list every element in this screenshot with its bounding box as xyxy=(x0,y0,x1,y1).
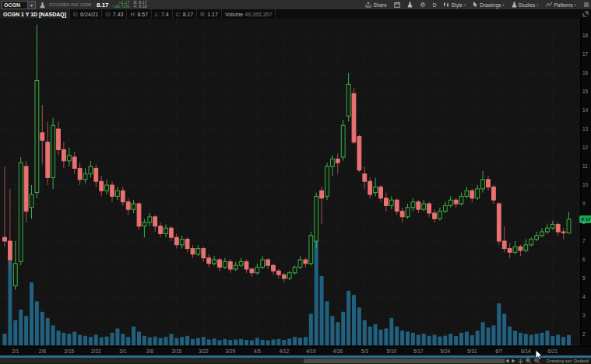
volume-bar xyxy=(293,337,297,345)
candle-down xyxy=(137,204,141,226)
price-axis[interactable]: 8.17 23456789101112131415161718 xyxy=(580,19,591,346)
volume-readout: Volume 49,265,357 xyxy=(222,9,276,19)
flask-icon[interactable] xyxy=(40,2,45,9)
volume-bar xyxy=(341,312,345,345)
volume-bar xyxy=(449,334,452,345)
candle-down xyxy=(72,157,76,168)
candle-up xyxy=(529,240,533,245)
chart-style-icon xyxy=(443,2,449,8)
volume-bar xyxy=(491,325,495,345)
toolbar-drawings-button[interactable]: Drawings▾ xyxy=(473,2,504,8)
candle-up xyxy=(315,196,318,241)
chart-settings-icon[interactable] xyxy=(518,359,523,364)
change-percent: +16.71% xyxy=(113,5,130,9)
volume-bar xyxy=(62,333,65,345)
hscrollbar-track[interactable] xyxy=(0,359,508,363)
price-axis-label: 16 xyxy=(582,70,588,76)
ohlc-field: D:6/24/21 xyxy=(70,9,102,19)
candle-down xyxy=(94,168,98,181)
time-axis-label: 5/24 xyxy=(432,348,459,354)
toolbar-analyze-button[interactable] xyxy=(407,2,413,8)
volume-bar xyxy=(132,327,135,345)
toolbar-menu-button[interactable] xyxy=(583,2,589,8)
candle-down xyxy=(191,249,195,254)
toolbar-timeframe-label: D xyxy=(433,2,437,8)
volume-bar xyxy=(35,301,39,345)
candlestick-chart[interactable] xyxy=(0,19,580,346)
volume-bar xyxy=(551,336,554,345)
time-axis-label: 2/15 xyxy=(56,348,83,354)
symbol-input[interactable]: OCGN xyxy=(2,1,27,9)
volume-bar xyxy=(223,339,227,345)
toolbar-studies-label: Studies xyxy=(519,2,536,8)
toolbar-studies-button[interactable]: Studies▾ xyxy=(512,2,539,8)
status-bar: Drawing set: Default xyxy=(0,358,591,364)
volume-bar xyxy=(427,336,431,345)
toolbar-timeframe-button[interactable]: D xyxy=(433,2,437,8)
candle-down xyxy=(57,129,61,149)
volume-bar xyxy=(325,301,329,345)
flask-icon xyxy=(512,2,517,8)
symbol-dropdown-button[interactable]: ▾ xyxy=(27,1,36,9)
panel-maximize-icon[interactable] xyxy=(582,9,589,19)
price-axis-label: 14 xyxy=(582,107,588,114)
toolbar-calendar-button[interactable] xyxy=(394,2,400,8)
volume-bar xyxy=(298,338,302,345)
volume-bar xyxy=(239,339,243,345)
scroll-right-icon[interactable] xyxy=(512,359,515,363)
candle-up xyxy=(132,204,135,209)
hscrollbar-thumb[interactable] xyxy=(304,359,505,363)
time-axis-label: 3/29 xyxy=(217,348,244,354)
toolbar-style-button[interactable]: Style▾ xyxy=(443,2,466,8)
candle-down xyxy=(379,187,383,198)
bid-ask-readout: B: 8.17 A: 8.18 xyxy=(133,1,146,9)
chart-title[interactable]: OCGN 1 Y 1D [NASDAQ] xyxy=(0,9,70,19)
candle-down xyxy=(400,212,404,217)
candle-up xyxy=(83,174,87,180)
ohlc-field-label: O: xyxy=(105,12,111,17)
candle-up xyxy=(255,268,259,273)
volume-bar xyxy=(51,325,55,345)
toolbar-share-button[interactable]: Share xyxy=(365,2,386,8)
volume-bar xyxy=(13,320,17,345)
volume-bar xyxy=(105,337,109,345)
candle-up xyxy=(105,185,109,191)
candle-up xyxy=(411,202,415,208)
candle-up xyxy=(459,196,463,204)
price-axis-label: 2 xyxy=(582,331,586,338)
time-axis-label: 4/26 xyxy=(325,348,351,354)
ohlc-field-value: 7.43 xyxy=(113,12,124,17)
time-axis-label: 2/22 xyxy=(83,348,109,354)
volume-bar xyxy=(255,338,259,345)
volume-bar xyxy=(406,331,410,345)
gear-icon xyxy=(420,2,426,8)
cursor-icon xyxy=(473,2,478,8)
candle-down xyxy=(250,269,254,273)
candle-down xyxy=(272,265,276,271)
candle-up xyxy=(180,240,184,245)
volume-bar xyxy=(8,255,12,345)
candle-up xyxy=(67,156,71,161)
volume-bar xyxy=(207,339,211,345)
volume-bar xyxy=(3,334,7,345)
volume-bar xyxy=(83,336,87,345)
toolbar-patterns-button[interactable]: Patterns▾ xyxy=(546,2,576,8)
volume-bar xyxy=(422,334,426,345)
ohlc-field-label: C: xyxy=(176,12,181,17)
volume-bar xyxy=(513,331,517,345)
ohlc-field-label: H: xyxy=(130,12,135,17)
toolbar-style-label: Style xyxy=(451,2,462,8)
candle-down xyxy=(3,237,7,241)
toolbar-settings-button[interactable] xyxy=(420,2,426,8)
candle-up xyxy=(309,236,313,264)
candle-up xyxy=(287,273,291,278)
zoom-in-icon[interactable] xyxy=(526,358,532,364)
candle-down xyxy=(417,202,420,210)
candle-up xyxy=(234,265,237,269)
volume-bar xyxy=(524,334,528,345)
price-axis-label: 8 xyxy=(582,219,586,226)
scroll-left-icon[interactable] xyxy=(505,359,509,363)
candle-down xyxy=(320,191,324,198)
price-axis-label: 15 xyxy=(582,89,588,95)
volume-bar xyxy=(476,331,480,345)
